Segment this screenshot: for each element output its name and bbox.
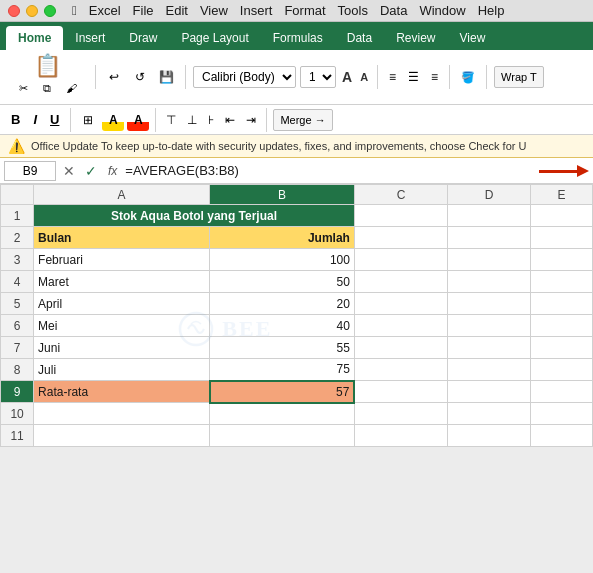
- font-shrink-button[interactable]: A: [358, 71, 370, 83]
- cell-D3[interactable]: [448, 249, 531, 271]
- cell-A4[interactable]: Maret: [34, 271, 210, 293]
- cell-B11[interactable]: [210, 425, 355, 447]
- cell-D6[interactable]: [448, 315, 531, 337]
- menu-window[interactable]: Window: [419, 3, 465, 18]
- formula-input[interactable]: [125, 161, 535, 181]
- col-header-E[interactable]: E: [530, 185, 592, 205]
- cell-C11[interactable]: [354, 425, 447, 447]
- cell-E11[interactable]: [530, 425, 592, 447]
- font-grow-button[interactable]: A: [340, 69, 354, 85]
- minimize-button[interactable]: [26, 5, 38, 17]
- fill-color-button2[interactable]: A: [102, 109, 124, 131]
- cell-B5[interactable]: 20: [210, 293, 355, 315]
- window-controls[interactable]: [8, 5, 56, 17]
- menu-excel[interactable]: Excel: [89, 3, 121, 18]
- cell-reference-box[interactable]: B9: [4, 161, 56, 181]
- tab-view[interactable]: View: [448, 26, 498, 50]
- tab-data[interactable]: Data: [335, 26, 384, 50]
- copy-button[interactable]: ⧉: [36, 77, 58, 99]
- cell-B2[interactable]: Jumlah: [210, 227, 355, 249]
- cell-A6[interactable]: Mei: [34, 315, 210, 337]
- menu-format[interactable]: Format: [284, 3, 325, 18]
- cell-B3[interactable]: 100: [210, 249, 355, 271]
- cell-C7[interactable]: [354, 337, 447, 359]
- cell-E8[interactable]: [530, 359, 592, 381]
- cell-A7[interactable]: Juni: [34, 337, 210, 359]
- menu-tools[interactable]: Tools: [338, 3, 368, 18]
- cell-B7[interactable]: 55: [210, 337, 355, 359]
- bold-button[interactable]: B: [6, 109, 25, 131]
- fill-color-button[interactable]: 🪣: [457, 66, 479, 88]
- cell-D5[interactable]: [448, 293, 531, 315]
- cell-A11[interactable]: [34, 425, 210, 447]
- cell-E10[interactable]: [530, 403, 592, 425]
- tab-insert[interactable]: Insert: [63, 26, 117, 50]
- redo-button[interactable]: ↺: [129, 66, 151, 88]
- cell-B10[interactable]: [210, 403, 355, 425]
- col-header-B[interactable]: B: [210, 185, 355, 205]
- maximize-button[interactable]: [44, 5, 56, 17]
- col-header-A[interactable]: A: [34, 185, 210, 205]
- cell-B9[interactable]: 57: [210, 381, 355, 403]
- close-button[interactable]: [8, 5, 20, 17]
- font-family-select[interactable]: Calibri (Body): [193, 66, 296, 88]
- cell-D7[interactable]: [448, 337, 531, 359]
- cell-E5[interactable]: [530, 293, 592, 315]
- menu-data[interactable]: Data: [380, 3, 407, 18]
- apple-menu[interactable]: : [72, 3, 77, 18]
- cut-button[interactable]: ✂: [12, 77, 34, 99]
- cell-A3[interactable]: Februari: [34, 249, 210, 271]
- wrap-text-button[interactable]: Wrap T: [494, 66, 544, 88]
- menu-view[interactable]: View: [200, 3, 228, 18]
- cell-C2[interactable]: [354, 227, 447, 249]
- save-button[interactable]: 💾: [155, 66, 178, 88]
- cell-C8[interactable]: [354, 359, 447, 381]
- tab-draw[interactable]: Draw: [117, 26, 169, 50]
- cell-C6[interactable]: [354, 315, 447, 337]
- tab-formulas[interactable]: Formulas: [261, 26, 335, 50]
- cell-A8[interactable]: Juli: [34, 359, 210, 381]
- menu-file[interactable]: File: [133, 3, 154, 18]
- italic-button[interactable]: I: [28, 109, 42, 131]
- underline-button[interactable]: U: [45, 109, 64, 131]
- align-right-button[interactable]: ≡: [427, 66, 442, 88]
- font-size-select[interactable]: 12: [300, 66, 336, 88]
- tab-page-layout[interactable]: Page Layout: [169, 26, 260, 50]
- cell-D4[interactable]: [448, 271, 531, 293]
- cell-E7[interactable]: [530, 337, 592, 359]
- cell-A5[interactable]: April: [34, 293, 210, 315]
- cell-C1[interactable]: [354, 205, 447, 227]
- tab-review[interactable]: Review: [384, 26, 447, 50]
- bottom-align-button[interactable]: ⊦: [204, 109, 218, 131]
- cell-E2[interactable]: [530, 227, 592, 249]
- cell-E6[interactable]: [530, 315, 592, 337]
- borders-button[interactable]: ⊞: [77, 109, 99, 131]
- cell-B4[interactable]: 50: [210, 271, 355, 293]
- menu-insert[interactable]: Insert: [240, 3, 273, 18]
- cell-C4[interactable]: [354, 271, 447, 293]
- top-align-button[interactable]: ⊤: [162, 109, 180, 131]
- cell-A1[interactable]: Stok Aqua Botol yang Terjual: [34, 205, 355, 227]
- cell-D10[interactable]: [448, 403, 531, 425]
- formula-cancel-button[interactable]: ✕: [60, 163, 78, 179]
- cell-E1[interactable]: [530, 205, 592, 227]
- align-center-button[interactable]: ☰: [404, 66, 423, 88]
- cell-D8[interactable]: [448, 359, 531, 381]
- cell-A9[interactable]: Rata-rata: [34, 381, 210, 403]
- menu-edit[interactable]: Edit: [166, 3, 188, 18]
- font-color-button[interactable]: A: [127, 109, 149, 131]
- format-painter-button[interactable]: 🖌: [60, 77, 82, 99]
- cell-C10[interactable]: [354, 403, 447, 425]
- cell-C3[interactable]: [354, 249, 447, 271]
- cell-E4[interactable]: [530, 271, 592, 293]
- col-header-D[interactable]: D: [448, 185, 531, 205]
- cell-C5[interactable]: [354, 293, 447, 315]
- cell-B6[interactable]: 40: [210, 315, 355, 337]
- paste-button[interactable]: 📋: [30, 55, 65, 77]
- cell-D1[interactable]: [448, 205, 531, 227]
- indent-decrease-button[interactable]: ⇤: [221, 109, 239, 131]
- indent-increase-button[interactable]: ⇥: [242, 109, 260, 131]
- cell-D9[interactable]: [448, 381, 531, 403]
- middle-align-button[interactable]: ⊥: [183, 109, 201, 131]
- cell-D2[interactable]: [448, 227, 531, 249]
